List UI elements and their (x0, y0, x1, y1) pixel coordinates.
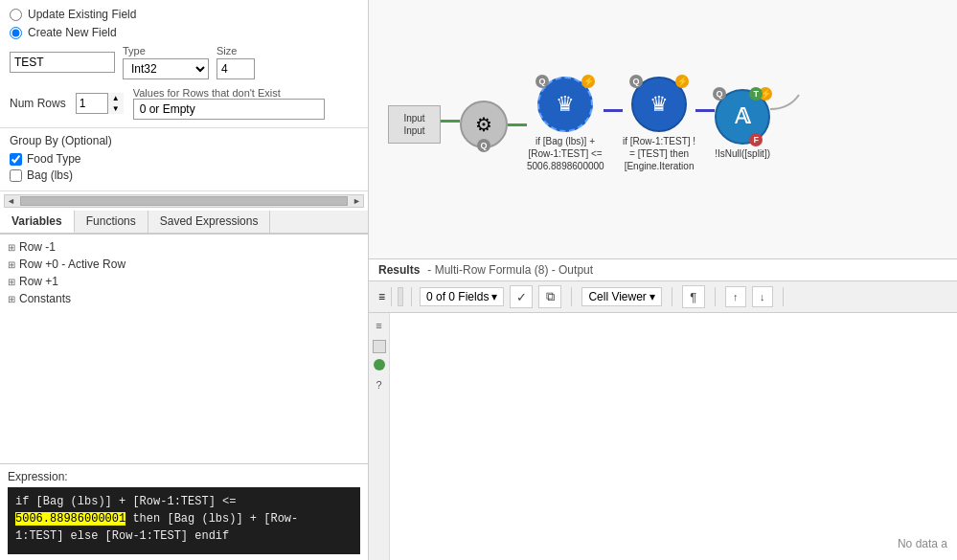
up-icon: ↑ (733, 291, 739, 302)
badge-bolt-2: ⚡ (675, 75, 689, 88)
food-type-checkbox[interactable] (10, 153, 22, 166)
copy-btn[interactable]: ⧉ (538, 285, 561, 308)
check-btn[interactable]: ✓ (510, 285, 533, 308)
tree-section: ⊞ Row -1 ⊞ Row +0 - Active Row ⊞ Row +1 … (0, 235, 368, 463)
tree-label-constants: Constants (19, 292, 71, 305)
values-for-rows-value: 0 or Empty (133, 99, 325, 120)
node-wrench-circle: ⚙ Q (460, 101, 508, 148)
tree-label-row-plus1: Row +1 (19, 275, 58, 288)
node-a-wrap: 𝔸 Q ⚡ T F (715, 89, 770, 145)
config-section: Update Existing Field Create New Field T… (0, 0, 368, 128)
connector-1 (441, 120, 460, 123)
expression-label: Expression: (8, 470, 360, 483)
badge-q-1: Q (535, 75, 549, 88)
toolbar-divider-3 (672, 287, 672, 306)
tree-item-constants[interactable]: ⊞ Constants (8, 290, 360, 307)
size-input[interactable] (216, 58, 255, 79)
group-by-title: Group By (Optional) (10, 134, 358, 147)
node-wrench[interactable]: ⚙ Q (460, 101, 508, 148)
field-name-input[interactable] (10, 52, 115, 73)
expand-icon-row-plus1: ⊞ (8, 277, 15, 287)
bag-lbs-checkbox[interactable] (10, 169, 22, 182)
canvas-area: InputInput ⚙ Q (369, 0, 957, 258)
copy-icon: ⧉ (546, 289, 555, 304)
expression-box[interactable]: if [Bag (lbs)] + [Row-1:TEST] <= 5006.88… (8, 487, 360, 554)
connector-2 (508, 123, 527, 126)
down-btn[interactable]: ↓ (752, 286, 773, 307)
fields-dropdown[interactable]: 0 of 0 Fields ▾ (420, 287, 504, 306)
node-a[interactable]: 𝔸 Q ⚡ T F !IsNull([split]) (715, 89, 770, 160)
bag-lbs-label: Bag (lbs) (27, 168, 73, 182)
tree-item-row-plus1[interactable]: ⊞ Row +1 (8, 273, 360, 290)
a-icon: 𝔸 (735, 104, 750, 129)
scroll-left-arrow: ◄ (7, 196, 15, 206)
type-select[interactable]: Int32 (123, 58, 209, 79)
expand-icon-row-active: ⊞ (8, 259, 15, 270)
field-name-container (10, 52, 115, 73)
toolbar-divider-2 (571, 287, 572, 306)
node-crown-1[interactable]: ♛ Q ⚡ if [Bag (lbs)] +[Row-1:TEST] <=500… (527, 77, 604, 172)
cell-viewer-chevron: ▾ (649, 290, 655, 303)
tree-label-row-active: Row +0 - Active Row (19, 258, 125, 271)
tree-item-row-active[interactable]: ⊞ Row +0 - Active Row (8, 256, 360, 273)
connector-4 (695, 109, 715, 112)
paragraph-btn[interactable]: ¶ (682, 285, 705, 308)
toolbar-divider-1 (411, 287, 412, 306)
square-icon-btn[interactable] (373, 340, 386, 353)
expand-icon-constants: ⊞ (8, 294, 15, 304)
results-toolbar: ≡ 0 of 0 Fields ▾ ✓ ⧉ Cell Viewer ▾ ¶ ↑ (369, 281, 957, 313)
input-rect: InputInput (388, 105, 441, 144)
tab-saved-expressions[interactable]: Saved Expressions (148, 211, 271, 233)
field-config-row: Type Int32 Size (10, 45, 358, 79)
list-icon-btn[interactable]: ≡ (378, 290, 385, 303)
left-panel: Update Existing Field Create New Field T… (0, 0, 369, 560)
results-content: ≡ ? No data a (369, 313, 957, 560)
results-bar: Results - Multi-Row Formula (8) - Output (369, 258, 957, 281)
tree-label-row-minus1: Row -1 (19, 240, 56, 254)
scroll-thumb[interactable] (20, 196, 348, 206)
create-field-radio[interactable] (10, 27, 22, 39)
expand-icon-row-minus1: ⊞ (8, 242, 15, 253)
tab-variables[interactable]: Variables (0, 211, 75, 233)
badge-f-a: F (749, 133, 763, 146)
values-for-rows-label: Values for Rows that don't Exist (133, 87, 325, 99)
spinner-up[interactable]: ▲ (108, 93, 124, 103)
scroll-right-arrow: ► (353, 196, 361, 206)
fields-label: 0 of 0 Fields (426, 290, 489, 303)
expression-highlight: 5006.88986000001 (15, 512, 125, 526)
type-container: Type Int32 (123, 45, 209, 79)
paragraph-icon: ¶ (690, 290, 696, 304)
create-field-row: Create New Field (10, 26, 358, 39)
num-rows-section: Num Rows ▲ ▼ Values for Rows that don't … (10, 87, 358, 120)
toolbar-divider-4 (715, 287, 716, 306)
question-btn[interactable]: ? (371, 376, 388, 393)
toolbar-divider-5 (783, 287, 784, 306)
update-field-label: Update Existing Field (28, 8, 136, 21)
num-rows-input[interactable] (77, 96, 107, 111)
badge-q-2: Q (629, 75, 643, 88)
node-input[interactable]: InputInput (388, 105, 441, 144)
cell-viewer-dropdown[interactable]: Cell Viewer ▾ (581, 287, 661, 306)
results-left-icons: ≡ ? (369, 313, 390, 560)
cell-viewer-label: Cell Viewer (588, 290, 646, 303)
results-subtitle: - Multi-Row Formula (8) - Output (427, 263, 593, 277)
check-icon: ✓ (516, 290, 527, 304)
node-crown-2[interactable]: ♛ Q ⚡ if [Row-1:TEST] != [TEST] then[Eng… (623, 77, 695, 172)
h-scrollbar[interactable]: ◄ ► (4, 194, 364, 208)
tabs-bar: Variables Functions Saved Expressions (0, 211, 368, 234)
node-crown-2-label: if [Row-1:TEST] != [TEST] then[Engine.It… (623, 135, 695, 172)
tree-item-row-minus1[interactable]: ⊞ Row -1 (8, 238, 360, 256)
expression-section: Expression: if [Bag (lbs)] + [Row-1:TEST… (0, 463, 368, 560)
list-left-icon-btn[interactable]: ≡ (371, 317, 388, 334)
spinner-down[interactable]: ▼ (108, 103, 124, 114)
down-icon: ↓ (760, 291, 765, 302)
tab-functions[interactable]: Functions (75, 211, 148, 233)
up-btn[interactable]: ↑ (725, 286, 746, 307)
node-crown-1-label: if [Bag (lbs)] +[Row-1:TEST] <=5006.8898… (527, 135, 604, 172)
food-type-label: Food Type (27, 152, 80, 166)
update-field-radio[interactable] (10, 9, 22, 21)
size-container: Size (216, 45, 255, 79)
h-scroll-container: ◄ ► (0, 191, 368, 211)
update-field-row: Update Existing Field (10, 8, 358, 21)
num-rows-spinner[interactable]: ▲ ▼ (76, 93, 124, 114)
